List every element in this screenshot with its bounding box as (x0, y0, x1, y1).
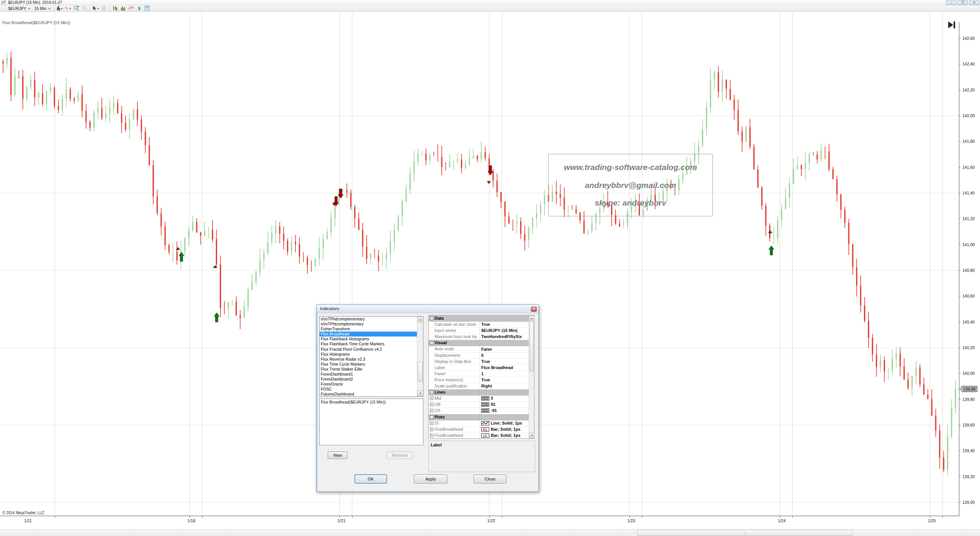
dialog-close-bottom-button[interactable]: Close (474, 474, 506, 484)
collapse-box-icon[interactable]: − (430, 317, 433, 320)
property-value[interactable]: TwoHundredFiftySix (480, 334, 534, 340)
indicator-list[interactable]: eVoTPhdcomplementaryeVoTPhtcomplementary… (319, 316, 423, 397)
property-row[interactable]: Calculate on bar closeTrue (429, 322, 534, 328)
indicator-list-item[interactable]: Flux Flashback Time Cycle Markers (320, 342, 423, 346)
property-row[interactable]: LabelFlux Broadhead (429, 365, 534, 371)
collapse-box-icon[interactable]: − (430, 415, 433, 419)
property-value-text: Flux Broadhead (481, 365, 513, 371)
indicator-list-item[interactable]: ForexDashboard1 (320, 372, 423, 377)
dialog-titlebar[interactable]: Indicators ✕ (317, 305, 539, 313)
watermark-line: andreybbrv@gmail.com (585, 181, 676, 190)
configured-indicator-item[interactable]: Flux Broadhead($EURJPY (15 Min)) (321, 400, 422, 404)
property-name: FluxBroadhead (434, 433, 480, 438)
property-group-row[interactable]: −Lines (429, 389, 534, 395)
property-row[interactable]: Scale justificationRight (429, 383, 534, 389)
property-name: Auto scale (434, 346, 480, 352)
expand-box-icon[interactable]: + (430, 434, 433, 437)
property-row[interactable]: Display in Data BoxTrue (429, 359, 534, 365)
property-value-text: -91 (491, 408, 497, 413)
indicator-list-item[interactable]: ForexOracle (320, 382, 423, 387)
price-tick (959, 425, 960, 425)
collapse-box-icon[interactable]: − (430, 341, 433, 345)
vendor-watermark: www.trading-software-catalog.com andreyb… (548, 154, 713, 216)
property-value[interactable]: Bar; Solid; 1px (480, 427, 534, 432)
indicator-list-item[interactable]: eVoTPhtcomplementary (320, 322, 423, 327)
property-value[interactable]: Right (480, 383, 534, 389)
property-group-row[interactable]: −Plots (429, 414, 534, 420)
indicator-list-item[interactable]: Flux Fractal Pivot Confluence v4.2 (320, 347, 423, 352)
property-value[interactable]: Bar; Solid; 1px (480, 433, 534, 438)
configured-indicators-box[interactable]: Flux Broadhead($EURJPY (15 Min)) (319, 399, 423, 445)
property-row[interactable]: Panel1 (429, 371, 534, 377)
dialog-body: eVoTPhdcomplementaryeVoTPhtcomplementary… (318, 313, 538, 491)
remove-button[interactable]: Remove (386, 451, 413, 459)
property-row[interactable]: Displacement0 (429, 353, 534, 359)
property-row[interactable]: +OB91 (429, 402, 534, 408)
indicator-list-item[interactable]: Flux Histograms (320, 352, 423, 357)
property-row[interactable]: +OS-91 (429, 408, 534, 414)
property-value[interactable]: 91 (480, 402, 534, 407)
grid-scrollbar[interactable]: ▲▼ (529, 315, 534, 438)
indicator-list-item[interactable]: Flux Time Cycle Markers (320, 362, 423, 367)
property-value-text: Bar; Solid; 1px (491, 427, 521, 432)
expand-box-icon[interactable]: + (430, 403, 433, 406)
list-scrollbar[interactable]: ▲▼ (417, 317, 423, 396)
price-axis[interactable]: 142,60142,40142,20142,00141,80141,60141,… (959, 0, 980, 536)
go-to-last-bar-icon[interactable] (948, 21, 955, 28)
indicator-list-item[interactable]: ForexDashboard2 (320, 377, 423, 382)
indicator-list-item[interactable]: eVoTPhdcomplementary (320, 317, 423, 322)
indicator-list-item[interactable]: FOSC (320, 387, 423, 392)
dialog-close-button[interactable]: ✕ (531, 307, 537, 312)
property-name: FluxBroadhead (434, 427, 480, 432)
property-row[interactable]: Price marker(s)True (429, 377, 534, 383)
scrollbar-thumb[interactable] (418, 362, 423, 382)
property-row[interactable]: Input series$EURJPY (15 Min) (429, 328, 534, 334)
expand-box-icon[interactable]: + (430, 422, 433, 425)
price-tick (959, 193, 960, 193)
property-value[interactable]: True (480, 359, 534, 364)
expand-box-icon[interactable]: + (430, 428, 433, 431)
property-row[interactable]: Auto scaleFalse (429, 346, 534, 352)
property-value[interactable]: False (480, 346, 534, 352)
property-row[interactable]: Maximum bars look baTwoHundredFiftySix (429, 334, 534, 340)
scrollbar-thumb[interactable] (529, 322, 534, 371)
collapse-box-icon[interactable]: − (430, 391, 433, 394)
indicator-list-item[interactable]: Flux Flashback Histograms (320, 337, 423, 342)
indicator-list-item[interactable]: Flux Reverse Radar v2.3 (320, 357, 423, 362)
new-button[interactable]: New (328, 451, 348, 459)
property-row[interactable]: +FluxBroadheadBar; Solid; 1px (429, 427, 534, 433)
property-value-text: 0 (491, 395, 493, 401)
property-group-row[interactable]: −Visual (429, 340, 534, 346)
property-value[interactable]: True (480, 377, 534, 383)
indicator-list-item[interactable]: FisherTransform (320, 327, 423, 332)
property-value[interactable]: True (480, 322, 534, 327)
property-group-row[interactable]: −Data (429, 315, 534, 322)
property-row[interactable]: +FluxBroadheadBar; Solid; 1px (429, 433, 534, 439)
property-row[interactable]: +Mid0 (429, 395, 534, 402)
scroll-up-button[interactable]: ▲ (529, 315, 534, 321)
scroll-down-button[interactable]: ▼ (417, 391, 423, 396)
indicator-list-item[interactable]: FuturesDashboard (320, 392, 423, 397)
property-value[interactable]: Line; Solid; 1px (480, 420, 534, 426)
property-value-text: Line; Solid; 1px (491, 420, 522, 426)
property-row[interactable]: +DILine; Solid; 1px (429, 420, 534, 427)
scroll-up-button[interactable]: ▲ (417, 317, 423, 322)
property-value[interactable]: Flux Broadhead (480, 365, 534, 371)
property-grid[interactable]: −DataCalculate on bar closeTrueInput ser… (428, 315, 534, 439)
property-value[interactable]: -91 (480, 408, 534, 413)
row-gutter: + (429, 433, 434, 438)
expand-box-icon[interactable]: + (430, 397, 433, 400)
ok-button[interactable]: OK (354, 474, 387, 484)
apply-button[interactable]: Apply (414, 474, 448, 484)
scroll-down-button[interactable]: ▼ (529, 433, 534, 438)
price-label: 141,40 (962, 191, 975, 195)
property-value[interactable]: 0 (480, 395, 534, 401)
last-price-marker: 139,88 (959, 386, 977, 392)
property-value[interactable]: 1 (480, 371, 534, 377)
row-gutter: − (429, 414, 434, 420)
property-value[interactable]: 0 (480, 353, 534, 358)
expand-box-icon[interactable]: + (430, 409, 433, 412)
indicator-list-item[interactable]: Flux Broadhead (320, 332, 423, 337)
property-value[interactable]: $EURJPY (15 Min) (480, 328, 534, 333)
indicator-list-item[interactable]: Flux Trend Stalker Elite (320, 367, 423, 372)
